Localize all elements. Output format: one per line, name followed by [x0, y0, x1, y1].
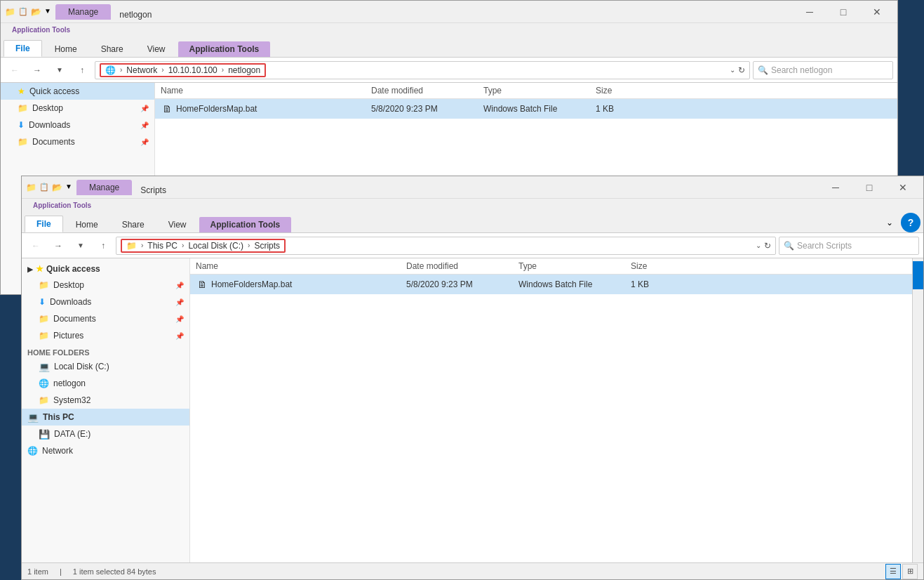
file-row-bat-w1[interactable]: 🗎 HomeFoldersMap.bat 5/8/2020 9:23 PM Wi… — [155, 99, 897, 119]
sidebar-w2: ▶ ★ Quick access 📁 Desktop 📌 ⬇ Downloads… — [22, 258, 190, 562]
close-btn-w2[interactable]: ✕ — [887, 176, 919, 199]
addr-folder-w1: netlogon — [228, 65, 260, 75]
sidebar-item-pictures-w2[interactable]: 📁 Pictures 📌 — [22, 327, 189, 344]
data-drive-icon-w2: 💾 — [39, 429, 50, 440]
tab-view-w2[interactable]: View — [157, 217, 198, 232]
addr-chevron2-w1: › — [161, 66, 163, 74]
localdisk-icon-w2: 💻 — [39, 362, 50, 372]
pin-icon-desktop-w1: 📌 — [140, 105, 149, 112]
scrollbar-w2[interactable] — [912, 258, 923, 562]
details-view-icon-w2[interactable]: ⊞ — [902, 564, 918, 579]
addr-dropdown-w1[interactable]: ⌄ — [730, 66, 735, 74]
file-type-w1: Windows Batch File — [483, 104, 596, 114]
col-date-w2: Date modified — [406, 261, 518, 271]
tab-share-w2[interactable]: Share — [111, 217, 156, 232]
bat-file-icon-w2: 🗎 — [196, 278, 208, 291]
forward-btn-w2[interactable]: → — [48, 236, 68, 256]
tab-apptools-w1[interactable]: Application Tools — [178, 41, 271, 57]
search-placeholder-w2: Search Scripts — [797, 241, 852, 251]
file-name-w2: HomeFoldersMap.bat — [211, 279, 292, 289]
address-path-w1[interactable]: 🌐 › Network › 10.10.10.100 › netlogon ⌄ … — [95, 61, 750, 79]
open-folder-icon-tb-w2: 📂 — [52, 183, 62, 192]
addr-refresh-w2[interactable]: ↻ — [764, 241, 771, 251]
minimize-btn-w1[interactable]: ─ — [794, 1, 826, 23]
sidebar-item-desktop-w1[interactable]: 📁 Desktop 📌 — [1, 100, 154, 117]
status-selected-info-w2: 1 item selected 84 bytes — [73, 567, 156, 576]
recent-btn-w1[interactable]: ▼ — [50, 60, 69, 80]
sidebar-item-downloads-w2[interactable]: ⬇ Downloads 📌 — [22, 294, 189, 310]
tab-view-w1[interactable]: View — [136, 41, 177, 57]
address-path-w2[interactable]: 📁 › This PC › Local Disk (C:) › Scripts … — [116, 237, 776, 255]
status-items-count-w2: 1 item — [27, 567, 48, 576]
tab-file-w1[interactable]: File — [4, 40, 42, 57]
scrollbar-thumb-w2[interactable] — [913, 261, 923, 289]
search-icon-w2: 🔍 — [784, 241, 794, 251]
status-divider1-w2: | — [60, 567, 62, 576]
ribbon-tabs-w1: File Home Share View Application Tools — [1, 36, 897, 57]
file-size-w2: 1 KB — [631, 279, 687, 289]
addr-dropdown-w2[interactable]: ⌄ — [756, 242, 761, 249]
close-btn-w1[interactable]: ✕ — [861, 1, 893, 23]
network-icon-w2: 🌐 — [27, 446, 38, 456]
addr-refresh-w1[interactable]: ↻ — [738, 65, 745, 75]
back-btn-w1[interactable]: ← — [5, 60, 25, 80]
back-btn-w2[interactable]: ← — [26, 236, 46, 256]
netlogon-label-w2: netlogon — [53, 378, 86, 388]
sidebar-homefolders-header[interactable]: HOME FOLDERS — [22, 344, 189, 358]
sidebar-item-quickaccess-w1[interactable]: ★ Quick access — [1, 83, 154, 100]
pin-icon-docs-w2: 📌 — [175, 315, 184, 323]
sidebar-quickaccess-header[interactable]: ▶ ★ Quick access — [22, 261, 189, 277]
list-view-icon-w2[interactable]: ☰ — [885, 564, 901, 579]
tab-apptools-w2[interactable]: Application Tools — [199, 217, 292, 232]
sidebar-item-network-w2[interactable]: 🌐 Network — [22, 442, 189, 459]
col-size-w1: Size — [596, 86, 652, 95]
open-folder-icon-tb: 📂 — [31, 7, 41, 17]
pc-icon-addr-w2: 📁 — [126, 241, 137, 251]
sidebar-item-thispc-w2[interactable]: 💻 This PC — [22, 409, 189, 426]
folder-icon-desktop-w2: 📁 — [39, 280, 49, 290]
maximize-btn-w1[interactable]: □ — [827, 1, 859, 23]
file-list-header-w1: Name Date modified Type Size — [155, 83, 897, 99]
forward-btn-w1[interactable]: → — [27, 60, 47, 80]
file-row-bat-w2[interactable]: 🗎 HomeFoldersMap.bat 5/8/2020 9:23 PM Wi… — [190, 275, 912, 294]
sidebar-item-documents-w1[interactable]: 📁 Documents 📌 — [1, 133, 154, 150]
pin-icon-downloads-w1: 📌 — [140, 121, 149, 129]
col-type-w2: Type — [518, 261, 631, 271]
up-btn-w1[interactable]: ↑ — [72, 60, 92, 80]
manage-tab-w1[interactable]: Manage — [55, 4, 111, 20]
sidebar-item-netlogon-w2[interactable]: 🌐 netlogon — [22, 375, 189, 392]
file-name-cell-w2: 🗎 HomeFoldersMap.bat — [196, 278, 406, 291]
bat-file-icon-w1: 🗎 — [161, 103, 173, 115]
search-box-w1[interactable]: 🔍 Search netlogon — [753, 61, 893, 79]
sidebar-item-desktop-w2[interactable]: 📁 Desktop 📌 — [22, 277, 189, 294]
star-icon-sidebar-w2: ★ — [36, 264, 43, 274]
desktop-label-w1: Desktop — [32, 103, 63, 113]
sidebar-item-data-drive-w2[interactable]: 💾 DATA (E:) — [22, 426, 189, 442]
sidebar-item-localdisk-w2[interactable]: 💻 Local Disk (C:) — [22, 358, 189, 375]
tab-home-w2[interactable]: Home — [65, 217, 109, 232]
sidebar-item-downloads-w1[interactable]: ⬇ Downloads 📌 — [1, 117, 154, 133]
quickaccess-label-w2: Quick access — [46, 264, 100, 274]
expand-ribbon-btn-w2[interactable]: ⌄ — [880, 213, 899, 232]
up-btn-w2[interactable]: ↑ — [93, 236, 113, 256]
tab-home-w1[interactable]: Home — [43, 41, 88, 57]
search-box-w2[interactable]: 🔍 Search Scripts — [779, 237, 919, 255]
col-name-w2: Name — [196, 261, 406, 271]
help-btn-w2[interactable]: ? — [901, 213, 920, 232]
maximize-btn-w2[interactable]: □ — [853, 176, 885, 199]
recent-btn-w2[interactable]: ▼ — [71, 236, 91, 256]
tab-file-w2[interactable]: File — [25, 216, 63, 232]
file-list-w2: Name Date modified Type Size 🗎 HomeFolde… — [190, 258, 912, 562]
address-highlight-w2: 📁 › This PC › Local Disk (C:) › Scripts — [121, 239, 286, 253]
sidebar-item-system32-w2[interactable]: 📁 System32 — [22, 392, 189, 409]
ribbon-tabs-w2: File Home Share View Application Tools ⌄… — [22, 211, 923, 232]
manage-tab-w2[interactable]: Manage — [76, 180, 132, 195]
minimize-btn-w2[interactable]: ─ — [819, 176, 852, 199]
col-name-w1: Name — [161, 86, 371, 95]
folder-icon-desktop-w1: 📁 — [18, 103, 28, 113]
data-drive-label-w2: DATA (E:) — [54, 429, 91, 439]
tab-share-w1[interactable]: Share — [90, 41, 135, 57]
file-date-w1: 5/8/2020 9:23 PM — [371, 104, 483, 114]
sidebar-item-documents-w2[interactable]: 📁 Documents 📌 — [22, 310, 189, 327]
documents-label-w1: Documents — [32, 137, 75, 147]
